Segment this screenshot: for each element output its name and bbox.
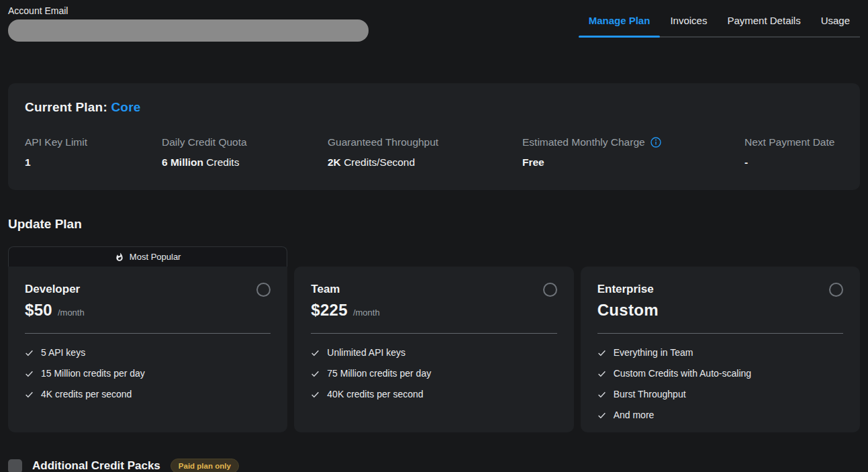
flame-icon — [115, 252, 124, 262]
check-icon — [25, 390, 34, 399]
info-icon[interactable] — [650, 137, 661, 148]
current-plan-card: Current Plan: Core API Key Limit 1 Daily… — [8, 83, 860, 190]
stat-estimated-monthly-charge: Estimated Monthly Charge Free — [522, 136, 744, 169]
check-icon — [25, 369, 34, 378]
billing-tabs: Manage Plan Invoices Payment Details Usa… — [579, 15, 860, 38]
check-icon — [311, 369, 320, 378]
feature-item: Everything in Team — [597, 347, 843, 358]
credit-packs-label: Additional Credit Packs — [32, 459, 160, 472]
plan-features: 5 API keys 15 Million credits per day 4K… — [25, 347, 271, 399]
feature-item: 5 API keys — [25, 347, 271, 358]
tab-usage[interactable]: Usage — [811, 15, 860, 36]
credit-packs-checkbox[interactable] — [8, 459, 22, 472]
plan-column-enterprise: Enterprise Custom Everything in Team Cus… — [581, 246, 860, 432]
tab-manage-plan[interactable]: Manage Plan — [579, 15, 661, 36]
stat-guaranteed-throughput: Guaranteed Throughput 2K Credits/Second — [328, 136, 522, 169]
plan-name: Enterprise — [597, 283, 654, 296]
plan-price: $50 — [25, 301, 52, 320]
feature-item: 4K credits per second — [25, 389, 271, 399]
check-icon — [597, 390, 606, 399]
stat-next-payment-date: Next Payment Date - — [744, 136, 834, 169]
most-popular-label: Most Popular — [130, 252, 181, 262]
divider — [311, 333, 557, 334]
feature-item: Custom Credits with Auto-scaling — [597, 368, 843, 379]
current-plan-name: Core — [111, 100, 140, 114]
account-email-label: Account Email — [8, 5, 369, 16]
current-plan-stats: API Key Limit 1 Daily Credit Quota 6 Mil… — [25, 136, 843, 169]
update-plan-heading: Update Plan — [8, 217, 860, 232]
plan-features: Everything in Team Custom Credits with A… — [597, 347, 843, 420]
feature-item: Burst Throughput — [597, 389, 843, 399]
feature-item: And more — [597, 410, 843, 420]
check-icon — [25, 348, 34, 357]
tab-invoices[interactable]: Invoices — [660, 15, 717, 36]
top-bar: Account Email Manage Plan Invoices Payme… — [8, 0, 860, 42]
feature-item: 40K credits per second — [311, 389, 557, 399]
feature-item: 75 Million credits per day — [311, 368, 557, 379]
most-popular-banner: Most Popular — [8, 246, 287, 267]
additional-credit-packs-row: Additional Credit Packs Paid plan only — [8, 459, 860, 472]
account-email-block: Account Email — [8, 5, 369, 42]
check-icon — [597, 348, 606, 357]
feature-item: Unlimited API keys — [311, 347, 557, 358]
check-icon — [311, 390, 320, 399]
check-icon — [311, 348, 320, 357]
plan-radio-enterprise[interactable] — [829, 283, 843, 297]
plan-column-developer: Most Popular Developer $50 /month 5 API … — [8, 246, 287, 432]
current-plan-title-label: Current Plan: — [25, 100, 111, 114]
plan-price: Custom — [597, 301, 659, 320]
tab-payment-details[interactable]: Payment Details — [717, 15, 810, 36]
plan-name: Team — [311, 283, 340, 296]
divider — [25, 333, 271, 334]
account-email-field[interactable] — [8, 19, 369, 42]
plan-price: $225 — [311, 301, 348, 320]
feature-item: 15 Million credits per day — [25, 368, 271, 379]
paid-plan-only-badge: Paid plan only — [171, 459, 239, 472]
check-icon — [597, 369, 606, 378]
plan-radio-developer[interactable] — [256, 283, 271, 297]
current-plan-title: Current Plan: Core — [25, 100, 843, 115]
plan-name: Developer — [25, 283, 80, 296]
stat-api-key-limit: API Key Limit 1 — [25, 136, 162, 169]
plan-radio-team[interactable] — [543, 283, 557, 297]
billing-page: Account Email Manage Plan Invoices Payme… — [0, 0, 868, 472]
plan-period: /month — [353, 308, 380, 318]
plan-features: Unlimited API keys 75 Million credits pe… — [311, 347, 557, 399]
plan-card-team[interactable]: Team $225 /month Unlimited API keys 75 M… — [294, 267, 573, 432]
stat-daily-credit-quota: Daily Credit Quota 6 Million Credits — [162, 136, 328, 169]
plan-options: Most Popular Developer $50 /month 5 API … — [8, 246, 860, 432]
plan-card-enterprise[interactable]: Enterprise Custom Everything in Team Cus… — [581, 267, 860, 432]
check-icon — [597, 411, 606, 420]
plan-period: /month — [58, 308, 85, 318]
plan-card-developer[interactable]: Developer $50 /month 5 API keys 15 Milli… — [8, 267, 287, 432]
plan-column-team: Team $225 /month Unlimited API keys 75 M… — [294, 246, 573, 432]
divider — [597, 333, 843, 334]
